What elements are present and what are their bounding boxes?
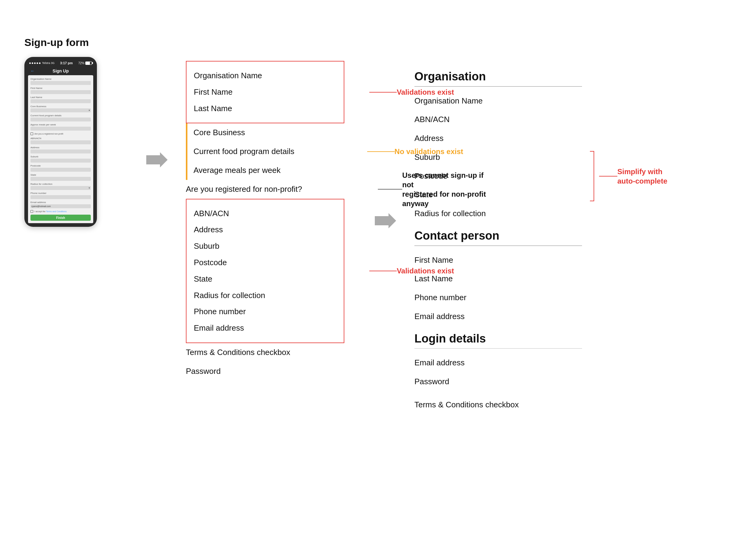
field-radius: Radius for collection xyxy=(194,287,337,304)
status-right: 72% xyxy=(78,62,92,65)
right-field-postcode: Postcode xyxy=(415,167,582,186)
phone-label-email: Email address xyxy=(31,201,91,204)
field-last-name: Last Name xyxy=(194,100,337,117)
phone-finish-button[interactable]: Finish xyxy=(31,215,91,221)
group4-red-box: ABN/ACN Address Suburb Postcode State Ra… xyxy=(186,199,344,343)
phone-input-postcode[interactable] xyxy=(31,168,91,172)
phone-label-radius: Radius for collection xyxy=(31,183,91,186)
phone-nonproft-label: Are you a registered non-profit xyxy=(35,133,63,135)
field-core-business: Core Business xyxy=(194,123,344,142)
phone-input-state[interactable] xyxy=(31,177,91,181)
right-org-divider xyxy=(415,86,582,87)
phone-input-phone[interactable] xyxy=(31,195,91,199)
group1-red-box: Organisation Name First Name Last Name xyxy=(186,61,344,123)
field-password-standalone: Password xyxy=(186,362,344,381)
phone-input-core-business-fill xyxy=(31,108,89,112)
arrow1-icon xyxy=(146,152,168,167)
phone-status-bar: Telstra 3G 3:17 pm 72% xyxy=(28,61,93,67)
phone-field-core-business: Core Business ▾ xyxy=(31,105,91,112)
phone-terms-label: I accept the Terms and Conditions xyxy=(35,210,67,213)
field-state: State xyxy=(194,271,337,287)
field-email: Email address xyxy=(194,320,337,336)
right-login-group: Email address Password xyxy=(415,353,582,391)
right-login-divider xyxy=(415,348,582,349)
right-field-login-password: Password xyxy=(415,372,582,391)
phone-field-meals: Approx meals per week xyxy=(31,123,91,131)
group2-wrapper: Core Business Current food program detai… xyxy=(186,123,344,180)
phone-terms-link[interactable]: Terms and Conditions xyxy=(46,210,67,213)
phone-frame: Telstra 3G 3:17 pm 72% ← Sign Up xyxy=(24,57,97,227)
phone-label-state: State xyxy=(31,173,91,176)
phone-input-food-program[interactable] xyxy=(31,117,91,121)
phone-label-suburb: Suburb xyxy=(31,155,91,158)
right-autocomplete-line xyxy=(599,176,617,177)
phone-field-suburb: Suburb xyxy=(31,155,91,163)
phone-label-address: Address xyxy=(31,146,91,149)
battery-icon xyxy=(85,62,92,65)
field-address: Address xyxy=(194,222,337,238)
signal-dot3 xyxy=(34,63,36,64)
phone-input-meals[interactable] xyxy=(31,127,91,131)
right-field-state: State xyxy=(415,186,582,204)
svg-marker-0 xyxy=(146,152,168,167)
right-bracket-group: Suburb Postcode State Simplify with auto… xyxy=(415,148,582,204)
phone-input-radius[interactable]: ▾ xyxy=(31,186,91,190)
phone-header-title: Sign Up xyxy=(53,68,69,73)
field-suburb: Suburb xyxy=(194,238,337,255)
right-field-abn: ABN/ACN xyxy=(415,110,582,129)
phone-label-last-name: Last Name xyxy=(31,96,91,99)
phone-input-last-name[interactable] xyxy=(31,99,91,103)
right-contact-divider xyxy=(415,245,582,246)
phone-header: ← Sign Up xyxy=(28,67,93,75)
chevron-down-icon-radius: ▾ xyxy=(89,187,90,190)
field-postcode: Postcode xyxy=(194,255,337,271)
right-org-group: Organisation Name ABN/ACN Address Suburb… xyxy=(415,92,582,223)
right-autocomplete-annotation: Simplify with auto-complete xyxy=(599,166,667,186)
phone-field-food-program: Current food program details xyxy=(31,114,91,121)
arrow1-container xyxy=(146,37,168,167)
phone-field-postcode: Postcode xyxy=(31,165,91,172)
phone-label-org-name: Organisation Name xyxy=(31,78,91,80)
phone-input-address[interactable] xyxy=(31,149,91,153)
battery-percent: 72% xyxy=(78,62,84,65)
phone-input-radius-fill xyxy=(31,186,89,190)
right-field-suburb: Suburb xyxy=(415,148,582,167)
right-login-title: Login details xyxy=(415,332,582,345)
phone-field-phone: Phone number xyxy=(31,192,91,199)
svg-marker-1 xyxy=(375,213,396,228)
right-field-contact-last: Last Name xyxy=(415,269,582,288)
signal-dot2 xyxy=(32,63,33,64)
phone-field-state: State xyxy=(31,173,91,181)
group3-annotation-line xyxy=(378,189,402,190)
phone-back-button[interactable]: ← xyxy=(31,68,35,73)
right-autocomplete-text: Simplify with auto-complete xyxy=(617,166,667,186)
field-first-name: First Name xyxy=(194,84,337,100)
field-terms-standalone: Terms & Conditions checkbox xyxy=(186,343,344,362)
signal-dot5 xyxy=(39,63,40,64)
phone-label-core-business: Core Business xyxy=(31,105,91,108)
phone-input-core-business[interactable]: ▾ xyxy=(31,108,91,112)
phone-field-last-name: Last Name xyxy=(31,96,91,103)
field-food-program: Current food program details xyxy=(194,142,344,161)
phone-input-abn[interactable] xyxy=(31,140,91,144)
phone-input-org-name[interactable] xyxy=(31,81,91,85)
phone-input-suburb[interactable] xyxy=(31,159,91,163)
field-phone: Phone number xyxy=(194,304,337,320)
status-time: 3:17 pm xyxy=(60,61,73,65)
chevron-down-icon: ▾ xyxy=(89,109,90,112)
right-contact-title: Contact person xyxy=(415,229,582,242)
phone-terms-checkbox[interactable] xyxy=(31,210,33,213)
field-abn: ABN/ACN xyxy=(194,206,337,222)
phone-input-first-name[interactable] xyxy=(31,90,91,94)
middle-inner: Organisation Name First Name Last Name V… xyxy=(186,61,344,381)
field-avg-meals: Average meals per week xyxy=(194,161,344,180)
right-field-contact-phone: Phone number xyxy=(415,288,582,307)
phone-nonproft-row: Are you a registered non-profit xyxy=(31,133,91,135)
page-container: Sign-up form Telstra 3G 3:17 pm 72% xyxy=(0,0,756,534)
phone-input-email[interactable]: cyano@hotmail.com xyxy=(31,204,91,208)
phone-nonproft-checkbox[interactable] xyxy=(31,133,33,135)
phone-body: Organisation Name First Name Last Name C… xyxy=(28,75,93,223)
group4-wrapper: ABN/ACN Address Suburb Postcode State Ra… xyxy=(186,199,344,343)
arrow2-icon xyxy=(375,213,396,228)
right-bracket-decoration xyxy=(590,151,594,201)
